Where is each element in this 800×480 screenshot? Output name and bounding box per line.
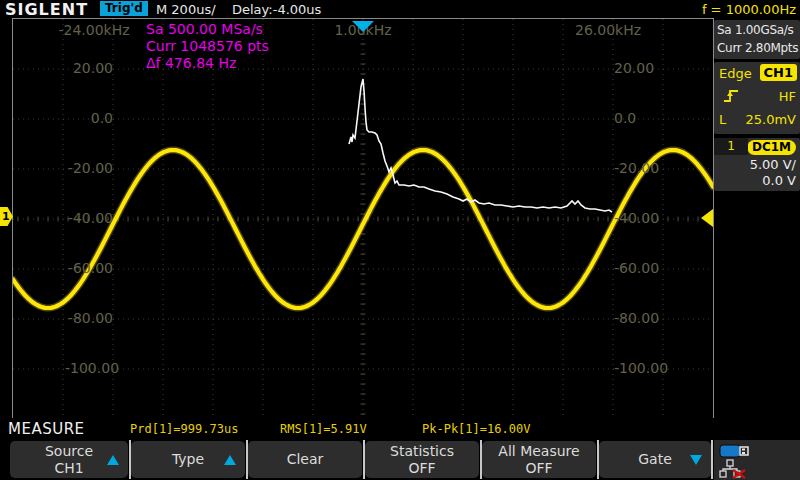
measurement-rms: RMS[1]=5.91V bbox=[280, 422, 367, 436]
db-label-right: -60.00 bbox=[614, 260, 662, 276]
softkey-sublabel: OFF bbox=[408, 460, 435, 477]
db-label-right: -80.00 bbox=[614, 310, 662, 326]
menu-divider bbox=[480, 440, 482, 479]
trigger-coupling-label: HF bbox=[779, 85, 796, 108]
softkey-gate[interactable]: Gate bbox=[599, 441, 711, 478]
trigger-source-badge: CH1 bbox=[760, 64, 797, 81]
chevron-up-icon bbox=[107, 455, 119, 465]
trigger-level-value: 25.0mV bbox=[745, 108, 796, 131]
db-label-left: -20.00 bbox=[65, 160, 113, 176]
fft-points: Curr 1048576 pts bbox=[146, 38, 269, 55]
softkey-label: Clear bbox=[287, 451, 324, 468]
fft-sample-rate: Sa 500.00 MSa/s bbox=[146, 21, 269, 38]
channel1-coupling-badge: DC1M bbox=[747, 140, 796, 155]
db-label-left: -60.00 bbox=[65, 260, 113, 276]
fft-freq-label-right: 26.00kHz bbox=[575, 22, 641, 38]
softkey-sublabel: OFF bbox=[525, 460, 552, 477]
frequency-counter-readout: f = 1000.00Hz bbox=[702, 2, 796, 17]
channel1-tab[interactable]: 1 bbox=[714, 138, 748, 155]
io-status-panel bbox=[714, 440, 800, 480]
chevron-down-icon bbox=[690, 455, 702, 465]
fft-info-block: Sa 500.00 MSa/s Curr 1048576 pts Δf 476.… bbox=[146, 21, 269, 72]
db-label-left: -80.00 bbox=[65, 310, 113, 326]
softkey-menu-bar: SourceCH1TypeClearStatisticsOFFAll Measu… bbox=[0, 440, 800, 480]
top-status-bar: SIGLENT Trig'd M 200us/ Delay:-4.00us f … bbox=[0, 0, 800, 18]
softkey-sublabel: CH1 bbox=[54, 460, 83, 477]
db-label-right: 0.0 bbox=[614, 110, 662, 126]
trigger-status-badge: Trig'd bbox=[100, 1, 148, 16]
sample-rate-readout: Sa 1.00GSa/s bbox=[717, 21, 800, 39]
acquisition-panel: Sa 1.00GSa/s Curr 2.80Mpts bbox=[714, 20, 800, 59]
measurement-period: Prd[1]=999.73us bbox=[130, 422, 238, 436]
lan-disconnected-icon bbox=[719, 459, 753, 479]
db-label-right: 20.00 bbox=[614, 60, 662, 76]
menu-divider bbox=[129, 440, 131, 479]
fft-delta-f: Δf 476.84 Hz bbox=[146, 55, 269, 72]
channel1-scale-readout: 5.00 V/ bbox=[750, 157, 796, 172]
usb-icon bbox=[719, 442, 753, 460]
menu-divider bbox=[597, 440, 599, 479]
db-label-right: -20.00 bbox=[614, 160, 662, 176]
fft-freq-label-left: -24.00kHz bbox=[58, 22, 129, 38]
rising-edge-icon bbox=[722, 88, 740, 104]
oscilloscope-screen: SIGLENT Trig'd M 200us/ Delay:-4.00us f … bbox=[0, 0, 800, 480]
trigger-level-marker-icon[interactable] bbox=[701, 209, 713, 227]
trigger-level-label: L bbox=[719, 108, 726, 131]
db-label-left: 0.0 bbox=[65, 110, 113, 126]
menu-divider bbox=[363, 440, 365, 479]
chevron-up-icon bbox=[224, 455, 236, 465]
db-label-right: -40.00 bbox=[614, 210, 662, 226]
measure-results-bar: MEASURE Prd[1]=999.73us RMS[1]=5.91V Pk-… bbox=[0, 418, 800, 439]
softkey-source[interactable]: SourceCH1 bbox=[10, 441, 128, 478]
softkey-clear[interactable]: Clear bbox=[248, 441, 362, 478]
softkey-label: All Measure bbox=[498, 443, 579, 460]
timebase-readout: M 200us/ bbox=[156, 2, 216, 17]
db-label-left: -40.00 bbox=[65, 210, 113, 226]
softkey-all-measure[interactable]: All MeasureOFF bbox=[482, 441, 596, 478]
softkey-statistics[interactable]: StatisticsOFF bbox=[365, 441, 479, 478]
measure-menu-title: MEASURE bbox=[8, 420, 85, 438]
delay-readout: Delay:-4.00us bbox=[232, 2, 321, 17]
db-label-right: -100.00 bbox=[614, 360, 662, 376]
memory-depth-readout: Curr 2.80Mpts bbox=[717, 39, 800, 57]
softkey-type[interactable]: Type bbox=[131, 441, 245, 478]
fft-trace bbox=[349, 79, 612, 212]
softkey-label: Source bbox=[45, 443, 93, 460]
channel1-offset-readout: 0.0 V bbox=[762, 173, 796, 188]
trigger-type-label: Edge bbox=[719, 62, 752, 85]
waveform-graticule: -24.00kHz 1.00kHz 26.00kHz Sa 500.00 MSa… bbox=[12, 18, 714, 420]
measurement-pkpk: Pk-Pk[1]=16.00V bbox=[422, 422, 530, 436]
menu-divider bbox=[246, 440, 248, 479]
waveform-canvas bbox=[13, 19, 713, 419]
softkey-label: Gate bbox=[638, 451, 672, 468]
menu-divider bbox=[711, 440, 713, 479]
db-label-left: -100.00 bbox=[65, 360, 113, 376]
softkey-label: Statistics bbox=[390, 443, 454, 460]
db-label-left: 20.00 bbox=[65, 60, 113, 76]
trigger-position-marker-icon[interactable] bbox=[352, 21, 374, 32]
siglent-logo: SIGLENT bbox=[5, 0, 88, 19]
softkey-label: Type bbox=[172, 451, 204, 468]
trigger-panel[interactable]: Edge CH1 HF L 25.0mV bbox=[714, 62, 800, 134]
